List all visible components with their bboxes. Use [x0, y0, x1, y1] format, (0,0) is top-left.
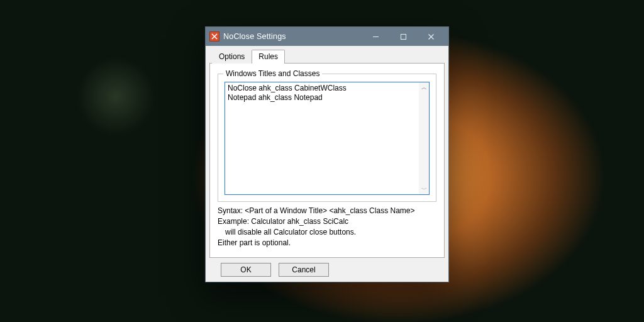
dialog-button-row: OK Cancel	[209, 258, 445, 277]
group-legend: Windows Titles and Classes	[223, 69, 322, 78]
help-line-1: Syntax: <Part of a Window Title> <ahk_cl…	[218, 206, 436, 216]
chevron-up-icon[interactable]: ︿	[419, 82, 429, 92]
tab-rules[interactable]: Rules	[252, 50, 285, 64]
desktop-background: NoClose Settings Options Rules	[0, 0, 644, 322]
ok-button[interactable]: OK	[221, 263, 271, 277]
settings-window: NoClose Settings Options Rules	[205, 26, 449, 282]
vertical-scrollbar[interactable]: ︿ ﹀	[419, 82, 429, 194]
syntax-help: Syntax: <Part of a Window Title> <ahk_cl…	[218, 206, 436, 248]
rules-textarea-frame: ︿ ﹀	[225, 82, 430, 195]
maximize-button[interactable]	[389, 27, 417, 46]
group-windows-titles-classes: Windows Titles and Classes ︿ ﹀	[218, 74, 436, 202]
window-controls	[362, 27, 445, 46]
window-client-area: Options Rules Windows Titles and Classes…	[206, 46, 448, 282]
cancel-button[interactable]: Cancel	[279, 263, 329, 277]
app-icon	[209, 31, 219, 42]
titlebar[interactable]: NoClose Settings	[206, 27, 448, 46]
svg-rect-0	[401, 34, 406, 39]
help-line-2: Example: Calculator ahk_class SciCalc	[218, 216, 436, 227]
chevron-down-icon[interactable]: ﹀	[419, 184, 429, 194]
help-line-3: will disable all Calculator close button…	[218, 227, 436, 238]
tab-options[interactable]: Options	[212, 50, 252, 64]
tab-page-rules: Windows Titles and Classes ︿ ﹀ Syntax: <…	[209, 63, 445, 258]
close-button[interactable]	[417, 27, 445, 46]
minimize-button[interactable]	[362, 27, 389, 46]
window-title: NoClose Settings	[223, 32, 362, 41]
rules-textarea[interactable]	[225, 82, 419, 194]
help-line-4: Either part is optional.	[218, 238, 436, 248]
tab-strip: Options Rules	[209, 49, 445, 63]
